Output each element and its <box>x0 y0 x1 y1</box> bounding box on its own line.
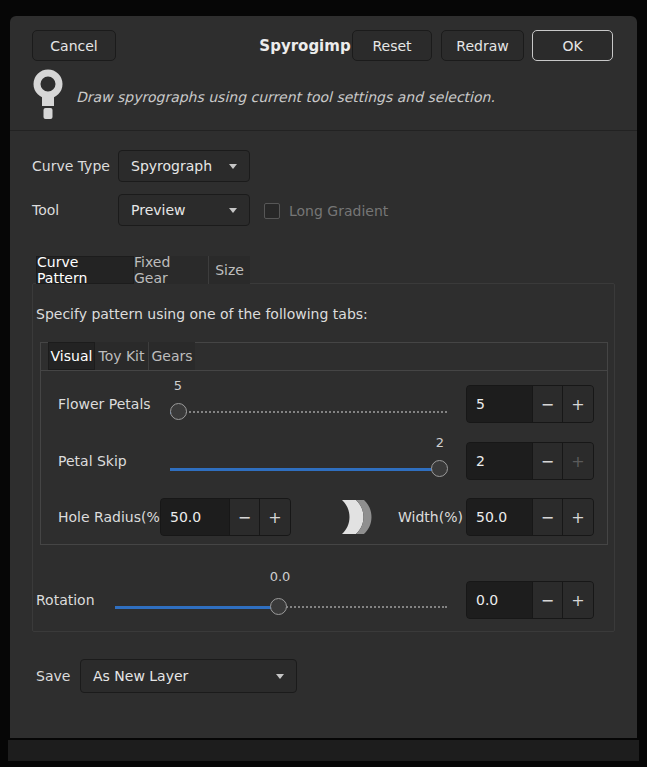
hole-radius-label: Hole Radius(%) <box>58 498 165 536</box>
tab-size[interactable]: Size <box>208 256 250 284</box>
hole-radius-decrement-button[interactable]: − <box>229 499 259 535</box>
width-input[interactable]: 50.0 <box>467 499 532 535</box>
ok-button[interactable]: OK <box>532 30 613 61</box>
petal-skip-slider[interactable] <box>170 459 447 479</box>
dialog-description: Draw spyrographs using current tool sett… <box>76 88 566 106</box>
curve-type-label: Curve Type <box>32 150 110 182</box>
curve-type-value: Spyrograph <box>131 158 212 174</box>
flower-petals-spinner: 5 − + <box>466 385 594 423</box>
save-dropdown[interactable]: As New Layer <box>80 659 297 693</box>
petal-skip-increment-button: + <box>562 443 593 479</box>
tab-toy-kit[interactable]: Toy Kit <box>95 342 148 370</box>
petal-skip-slider-thumb[interactable] <box>431 460 448 477</box>
flower-petals-slider-value: 5 <box>166 378 190 393</box>
flower-petals-increment-button[interactable]: + <box>562 386 593 422</box>
hole-radius-increment-button[interactable]: + <box>259 499 290 535</box>
petal-skip-input[interactable]: 2 <box>467 443 532 479</box>
flower-petals-decrement-button[interactable]: − <box>532 386 562 422</box>
tool-value: Preview <box>131 202 186 218</box>
slider-fill <box>170 468 447 471</box>
chevron-down-icon <box>276 674 284 679</box>
hole-radius-spinner: 50.0 − + <box>160 498 291 536</box>
spyrograph-plugin-icon <box>30 68 66 126</box>
pattern-hint: Specify pattern using one of the followi… <box>36 306 368 322</box>
rotation-spinner: 0.0 − + <box>466 581 594 619</box>
flower-petals-slider-thumb[interactable] <box>170 403 187 420</box>
tab-fixed-gear[interactable]: Fixed Gear <box>134 256 208 284</box>
redraw-button[interactable]: Redraw <box>441 30 524 61</box>
flower-petals-slider[interactable] <box>170 402 447 422</box>
width-decrement-button[interactable]: − <box>532 499 562 535</box>
slider-track <box>170 411 447 413</box>
flower-petals-input[interactable]: 5 <box>467 386 532 422</box>
slider-fill <box>115 606 278 609</box>
petal-skip-decrement-button[interactable]: − <box>532 443 562 479</box>
petal-skip-slider-value: 2 <box>428 435 452 450</box>
width-increment-button[interactable]: + <box>562 499 593 535</box>
window-bottom-edge <box>8 740 639 761</box>
chevron-down-icon <box>229 208 237 213</box>
tool-label: Tool <box>32 194 59 226</box>
rotation-label: Rotation <box>36 581 95 619</box>
long-gradient-label: Long Gradient <box>289 195 388 227</box>
reset-button[interactable]: Reset <box>352 30 432 61</box>
rotation-slider-thumb[interactable] <box>270 598 287 615</box>
curve-type-dropdown[interactable]: Spyrograph <box>118 150 250 182</box>
save-label: Save <box>36 659 70 693</box>
ring-width-icon <box>332 499 384 535</box>
long-gradient-checkbox[interactable] <box>264 203 280 219</box>
width-label: Width(%) <box>398 498 463 536</box>
save-value: As New Layer <box>93 668 188 684</box>
rotation-input[interactable]: 0.0 <box>467 582 532 618</box>
tab-gears[interactable]: Gears <box>148 342 195 370</box>
flower-petals-label: Flower Petals <box>58 385 151 423</box>
tab-curve-pattern[interactable]: Curve Pattern <box>36 256 134 284</box>
header-separator <box>10 130 637 131</box>
rotation-increment-button[interactable]: + <box>562 582 593 618</box>
hole-radius-input[interactable]: 50.0 <box>161 499 229 535</box>
tool-dropdown[interactable]: Preview <box>118 194 250 226</box>
spyrogimp-dialog: Cancel Spyrogimp Reset Redraw OK Draw sp… <box>10 16 637 738</box>
rotation-decrement-button[interactable]: − <box>532 582 562 618</box>
rotation-slider[interactable] <box>115 597 447 617</box>
inner-tab-divider <box>40 370 608 371</box>
tab-visual[interactable]: Visual <box>48 342 95 370</box>
width-spinner: 50.0 − + <box>466 498 594 536</box>
rotation-slider-value: 0.0 <box>260 569 300 584</box>
chevron-down-icon <box>229 164 237 169</box>
petal-skip-label: Petal Skip <box>58 442 127 480</box>
cancel-button[interactable]: Cancel <box>32 30 116 61</box>
petal-skip-spinner: 2 − + <box>466 442 594 480</box>
